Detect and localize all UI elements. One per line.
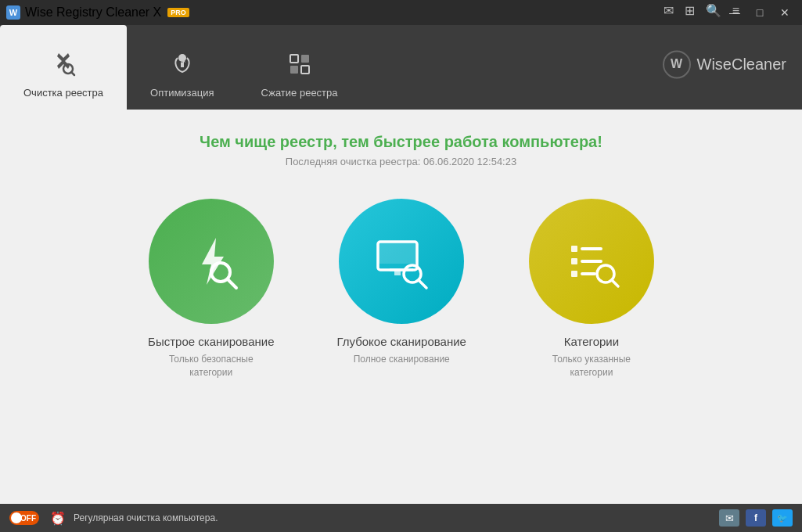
deep-scan-circle[interactable] — [339, 199, 464, 324]
svg-rect-17 — [571, 246, 577, 252]
svg-rect-8 — [301, 66, 309, 74]
auto-clean-toggle[interactable]: OFF — [9, 511, 39, 525]
statusbar-text: Регулярная очистка компьютера. — [74, 512, 218, 523]
logo-text: WiseCleaner — [697, 56, 786, 74]
titlebar: W Wise Registry Cleaner X PRO ✉ ⊞ 🔍 ≡ — … — [0, 0, 802, 25]
menu-icon[interactable]: ≡ — [732, 4, 739, 18]
tab-optimize-label: Оптимизация — [150, 87, 214, 99]
optimize-icon — [170, 52, 195, 82]
svg-line-16 — [419, 280, 426, 288]
close-button[interactable]: ✕ — [774, 5, 796, 20]
statusbar-left: OFF ⏰ Регулярная очистка компьютера. — [9, 511, 218, 526]
headline: Чем чище реестр, тем быстрее работа комп… — [200, 133, 602, 151]
fast-scan-label: Быстрое сканирование — [148, 335, 274, 348]
svg-rect-6 — [301, 55, 309, 63]
svg-rect-5 — [290, 55, 298, 63]
fast-scan-option[interactable]: Быстрое сканирование Только безопасные к… — [148, 199, 274, 379]
statusbar-right: ✉ f 🐦 — [719, 509, 793, 527]
logo-circle: W — [663, 50, 691, 78]
fast-scan-circle[interactable] — [149, 199, 274, 324]
svg-rect-21 — [571, 271, 577, 277]
monitor-icon[interactable]: ⊞ — [685, 3, 695, 18]
svg-line-24 — [612, 280, 618, 286]
search-settings-icon[interactable]: 🔍 — [706, 3, 721, 18]
tab-registry-clean[interactable]: Очистка реестра — [0, 25, 127, 110]
toolbar-icons: ✉ ⊞ 🔍 ≡ — [664, 3, 739, 18]
svg-rect-14 — [394, 270, 401, 275]
tab-registry-clean-label: Очистка реестра — [23, 87, 103, 99]
clock-icon: ⏰ — [50, 511, 66, 526]
logo: W WiseCleaner — [663, 50, 786, 78]
maximize-button[interactable]: □ — [749, 5, 771, 20]
mail-icon[interactable]: ✉ — [664, 3, 674, 18]
tab-optimize[interactable]: Оптимизация — [127, 25, 238, 110]
categories-circle[interactable] — [529, 199, 654, 324]
deep-scan-label: Глубокое сканирование — [336, 335, 466, 348]
facebook-social-button[interactable]: f — [746, 509, 766, 527]
tab-compress[interactable]: Сжатие реестра — [238, 25, 361, 110]
svg-text:W: W — [9, 8, 18, 17]
svg-rect-12 — [378, 242, 417, 264]
app-icon: W — [6, 5, 20, 20]
scan-options: Быстрое сканирование Только безопасные к… — [148, 199, 654, 379]
svg-line-10 — [228, 279, 236, 288]
logo-letter: W — [671, 57, 682, 71]
compress-icon — [287, 52, 312, 82]
svg-point-4 — [178, 54, 186, 62]
svg-line-3 — [71, 72, 74, 75]
deep-scan-sublabel: Полное сканирование — [354, 353, 450, 366]
titlebar-badge: PRO — [167, 8, 189, 17]
tab-compress-label: Сжатие реестра — [261, 87, 338, 99]
categories-sublabel: Только указанные категории — [537, 353, 646, 379]
registry-clean-icon — [51, 52, 76, 82]
deep-scan-option[interactable]: Глубокое сканирование Полное сканировани… — [336, 199, 466, 366]
statusbar: OFF ⏰ Регулярная очистка компьютера. ✉ f… — [0, 504, 802, 532]
svg-rect-7 — [290, 66, 298, 74]
toggle-label: OFF — [20, 514, 36, 523]
main-content: Чем чище реестр, тем быстрее работа комп… — [0, 110, 802, 504]
titlebar-left: W Wise Registry Cleaner X PRO — [6, 5, 189, 20]
email-social-button[interactable]: ✉ — [719, 509, 739, 527]
categories-label: Категории — [564, 335, 619, 348]
last-clean-text: Последняя очистка реестра: 06.06.2020 12… — [286, 156, 516, 167]
categories-option[interactable]: Категории Только указанные категории — [529, 199, 654, 379]
navbar: Очистка реестра Оптимизация Сжатие реест… — [0, 25, 802, 110]
svg-rect-19 — [571, 258, 577, 264]
fast-scan-sublabel: Только безопасные категории — [156, 353, 266, 379]
twitter-social-button[interactable]: 🐦 — [772, 509, 793, 527]
titlebar-title: Wise Registry Cleaner X — [25, 5, 161, 20]
